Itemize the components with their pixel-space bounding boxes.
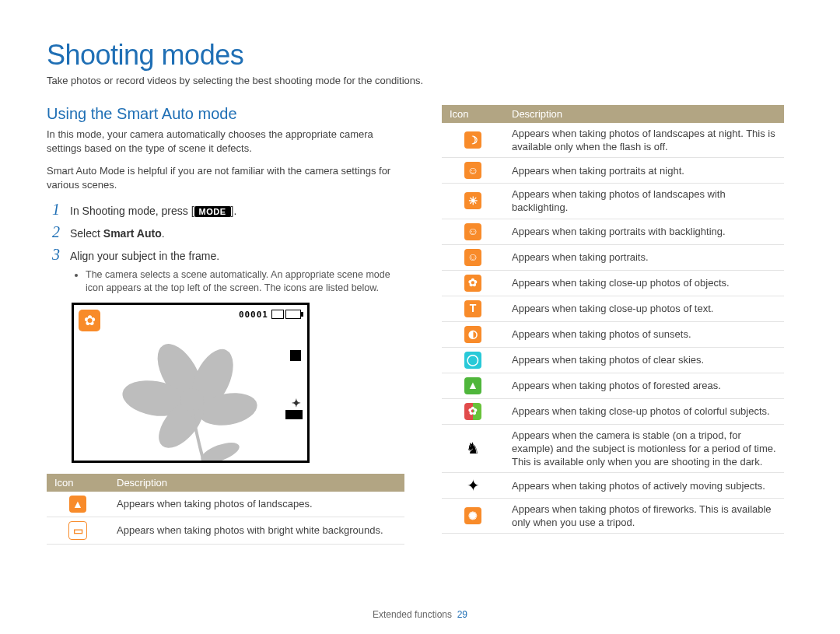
fireworks-icon: ✺ xyxy=(464,507,481,524)
desc-cell: Appears when taking close-up photos of o… xyxy=(504,270,784,296)
page-title: Shooting modes xyxy=(47,39,793,72)
desc-cell: Appears when the camera is stable (on a … xyxy=(504,424,784,472)
card-icon xyxy=(290,350,301,361)
desc-cell: Appears when taking photos with bright w… xyxy=(109,517,404,544)
table-row: ☺Appears when taking portraits with back… xyxy=(442,219,784,244)
macro-color-icon: ✿ xyxy=(464,403,481,420)
icon-cell: ☽ xyxy=(442,123,504,158)
landscape-icon: ▲ xyxy=(69,496,86,513)
step-text-after: . xyxy=(162,227,165,240)
step-text: Select Smart Auto. xyxy=(70,227,165,240)
night-portrait-icon: ☺ xyxy=(464,162,481,179)
footer-section: Extended functions xyxy=(373,609,452,620)
desc-cell: Appears when taking photos of landscapes… xyxy=(504,184,784,219)
desc-cell: Appears when taking photos of landscapes… xyxy=(504,123,784,158)
svg-point-5 xyxy=(180,388,204,412)
white-bg-icon: ▭ xyxy=(68,521,87,540)
backlit-portrait-icon: ☺ xyxy=(464,223,481,240)
svg-point-6 xyxy=(198,439,242,463)
table-row: ✺Appears when taking photos of fireworks… xyxy=(442,499,784,534)
table-row: ✿Appears when taking close-up photos of … xyxy=(442,270,784,296)
desc-cell: Appears when taking portraits at night. xyxy=(504,158,784,184)
icon-table-left: Icon Description ▲Appears when taking ph… xyxy=(47,474,404,545)
camera-lcd-preview: ✿ 00001 ✦ xyxy=(72,303,310,463)
step-text: Align your subject in the frame. xyxy=(70,250,219,262)
desc-cell: Appears when taking close-up photos of c… xyxy=(504,398,784,424)
tripod-icon: ♞ xyxy=(464,440,481,457)
step-1: 1 In Shooting mode, press [MODE]. xyxy=(47,201,404,219)
two-column-layout: Using the Smart Auto mode In this mode, … xyxy=(47,105,793,545)
step-number: 3 xyxy=(47,246,65,264)
step-number: 1 xyxy=(47,201,65,219)
step-3-bullet: The camera selects a scene automatically… xyxy=(86,268,404,295)
icon-cell: ▲ xyxy=(47,492,109,517)
step-2: 2 Select Smart Auto. xyxy=(47,223,404,241)
step-text: In Shooting mode, press [MODE]. xyxy=(70,205,236,217)
page-subtitle: Take photos or record videos by selectin… xyxy=(47,75,793,86)
icon-table-right: Icon Description ☽Appears when taking ph… xyxy=(442,105,784,534)
desc-cell: Appears when taking photos of landscapes… xyxy=(109,492,404,517)
desc-cell: Appears when taking photos of fireworks.… xyxy=(504,499,784,534)
clear-sky-icon: ◯ xyxy=(464,352,481,369)
step-text-before: Select xyxy=(70,227,103,240)
desc-cell: Appears when taking portraits. xyxy=(504,244,784,270)
shot-counter: 00001 xyxy=(239,310,268,320)
section-heading: Using the Smart Auto mode xyxy=(47,105,404,123)
desc-cell: Appears when taking portraits with backl… xyxy=(504,219,784,244)
icon-cell: ✦ xyxy=(442,473,504,499)
left-column: Using the Smart Auto mode In this mode, … xyxy=(47,105,404,545)
backlit-landscape-icon: ☀ xyxy=(464,192,481,209)
table-row: ☺Appears when taking portraits. xyxy=(442,244,784,270)
icon-cell: ☺ xyxy=(442,244,504,270)
flower-illustration xyxy=(111,328,267,463)
section-para-1: In this mode, your camera automatically … xyxy=(47,128,404,155)
portrait-icon: ☺ xyxy=(464,249,481,266)
action-icon: ✦ xyxy=(464,477,481,494)
steps-list: 1 In Shooting mode, press [MODE]. 2 Sele… xyxy=(47,201,404,264)
night-landscape-icon: ☽ xyxy=(464,131,481,149)
timer-icon xyxy=(285,410,303,419)
icon-cell: T xyxy=(442,296,504,321)
resolution-icon xyxy=(271,310,284,319)
table-row: ☽Appears when taking photos of landscape… xyxy=(442,123,784,158)
icon-cell: ☺ xyxy=(442,219,504,244)
icon-cell: ♞ xyxy=(442,424,504,472)
page-footer: Extended functions 29 xyxy=(0,609,840,620)
desc-cell: Appears when taking close-up photos of t… xyxy=(504,296,784,321)
desc-cell: Appears when taking photos of forested a… xyxy=(504,373,784,398)
table-row: ▲Appears when taking photos of landscape… xyxy=(47,492,404,517)
icon-cell: ✿ xyxy=(442,398,504,424)
step-text-after: ]. xyxy=(231,205,237,217)
right-column: Icon Description ☽Appears when taking ph… xyxy=(442,105,784,545)
table-header-icon: Icon xyxy=(442,105,504,123)
step-number: 2 xyxy=(47,223,65,241)
icon-cell: ☀ xyxy=(442,184,504,219)
battery-icon xyxy=(285,310,301,319)
mode-button-label: MODE xyxy=(194,206,231,217)
table-row: ◯Appears when taking photos of clear ski… xyxy=(442,347,784,373)
icon-cell: ◯ xyxy=(442,347,504,373)
step-3: 3 Align your subject in the frame. xyxy=(47,246,404,264)
icon-cell: ▭ xyxy=(47,517,109,544)
page-number: 29 xyxy=(457,609,467,620)
manual-page: Shooting modes Take photos or record vid… xyxy=(0,0,840,634)
icon-cell: ✿ xyxy=(442,270,504,296)
table-row: ◐Appears when taking photos of sunsets. xyxy=(442,321,784,347)
desc-cell: Appears when taking photos of sunsets. xyxy=(504,321,784,347)
macro-object-icon: ✿ xyxy=(464,275,481,292)
section-para-2: Smart Auto Mode is helpful if you are no… xyxy=(47,164,404,191)
desc-cell: Appears when taking photos of actively m… xyxy=(504,473,784,499)
flash-icon: ✦ xyxy=(292,397,301,409)
table-row: ♞Appears when the camera is stable (on a… xyxy=(442,424,784,472)
icon-cell: ◐ xyxy=(442,321,504,347)
step-text-bold: Smart Auto xyxy=(103,227,162,240)
icon-cell: ☺ xyxy=(442,158,504,184)
table-row: ▭Appears when taking photos with bright … xyxy=(47,517,404,544)
step-text-before: In Shooting mode, press [ xyxy=(70,205,194,217)
table-row: ☺Appears when taking portraits at night. xyxy=(442,158,784,184)
sunset-icon: ◐ xyxy=(464,326,481,343)
table-row: TAppears when taking close-up photos of … xyxy=(442,296,784,321)
icon-cell: ▲ xyxy=(442,373,504,398)
table-header-desc: Description xyxy=(504,105,784,123)
icon-cell: ✺ xyxy=(442,499,504,534)
